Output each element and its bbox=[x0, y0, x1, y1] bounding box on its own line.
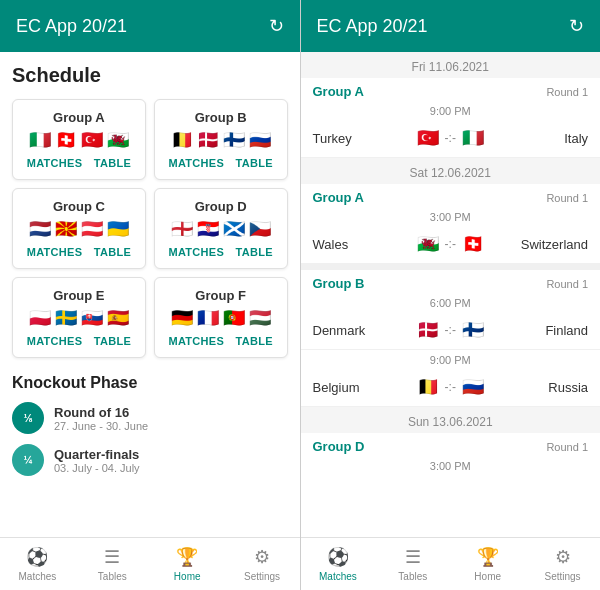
matches-right-nav-icon: ⚽ bbox=[327, 546, 349, 568]
flag-icon: 🇩🇪 bbox=[171, 309, 193, 327]
group-links: MATCHES TABLE bbox=[21, 335, 137, 347]
match-center: 🏴󠁧󠁢󠁷󠁬󠁳󠁿 -:- 🇨🇭 bbox=[417, 233, 484, 255]
group-links: MATCHES TABLE bbox=[21, 246, 137, 258]
group-flags: 🇮🇹🇨🇭🇹🇷🏴󠁧󠁢󠁷󠁬󠁳󠁿 bbox=[21, 131, 137, 149]
table-link[interactable]: TABLE bbox=[94, 157, 131, 169]
match-row[interactable]: Denmark 🇩🇰 -:- 🇫🇮 Finland bbox=[301, 311, 601, 350]
flag-icon: 🇪🇸 bbox=[107, 309, 129, 327]
knockout-badge: ⅛ bbox=[12, 402, 44, 434]
matches-link[interactable]: MATCHES bbox=[27, 335, 83, 347]
match-time: 9:00 PM bbox=[301, 101, 601, 119]
matches-link[interactable]: MATCHES bbox=[168, 246, 224, 258]
left-app-title: EC App 20/21 bbox=[16, 16, 127, 37]
match-row[interactable]: Wales 🏴󠁧󠁢󠁷󠁬󠁳󠁿 -:- 🇨🇭 Switzerland bbox=[301, 225, 601, 264]
flag-icon: 🇵🇱 bbox=[29, 309, 51, 327]
flag-icon: 🇫🇮 bbox=[223, 131, 245, 149]
match-group-name[interactable]: Group B bbox=[313, 276, 365, 291]
matches-link[interactable]: MATCHES bbox=[27, 246, 83, 258]
match-center: 🇧🇪 -:- 🇷🇺 bbox=[417, 376, 484, 398]
nav-item-matches[interactable]: ⚽ Matches bbox=[0, 538, 75, 590]
right-header: EC App 20/21 ↻ bbox=[301, 0, 601, 52]
group-name: Group C bbox=[21, 199, 137, 214]
flag-right-icon: 🇫🇮 bbox=[462, 319, 484, 341]
left-bottom-nav: ⚽ Matches ☰ Tables 🏆 Home ⚙ Settings bbox=[0, 537, 300, 590]
group-card-group-a: Group A 🇮🇹🇨🇭🇹🇷🏴󠁧󠁢󠁷󠁬󠁳󠁿 MATCHES TABLE bbox=[12, 99, 146, 180]
schedule-title: Schedule bbox=[12, 64, 288, 87]
group-card-group-b: Group B 🇧🇪🇩🇰🇫🇮🇷🇺 MATCHES TABLE bbox=[154, 99, 288, 180]
match-center: 🇹🇷 -:- 🇮🇹 bbox=[417, 127, 484, 149]
knockout-badge: ¼ bbox=[12, 444, 44, 476]
right-refresh-icon[interactable]: ↻ bbox=[569, 15, 584, 37]
home-right-nav-icon: 🏆 bbox=[477, 546, 499, 568]
knockout-round: Round of 16 bbox=[54, 405, 148, 420]
flag-icon: 🇲🇰 bbox=[55, 220, 77, 238]
right-app-title: EC App 20/21 bbox=[317, 16, 428, 37]
knockout-title: Knockout Phase bbox=[12, 374, 288, 392]
group-flags: 🇵🇱🇸🇪🇸🇰🇪🇸 bbox=[21, 309, 137, 327]
flag-right-icon: 🇮🇹 bbox=[462, 127, 484, 149]
match-score: -:- bbox=[443, 323, 458, 337]
table-link[interactable]: TABLE bbox=[94, 335, 131, 347]
nav-item-tables[interactable]: ☰ Tables bbox=[75, 538, 150, 590]
table-link[interactable]: TABLE bbox=[94, 246, 131, 258]
table-link[interactable]: TABLE bbox=[235, 335, 272, 347]
left-header: EC App 20/21 ↻ bbox=[0, 0, 300, 52]
flag-left-icon: 🇩🇰 bbox=[417, 319, 439, 341]
nav-item-settings[interactable]: ⚙ Settings bbox=[225, 538, 300, 590]
match-group-name[interactable]: Group D bbox=[313, 439, 365, 454]
flag-icon: 🇩🇰 bbox=[197, 131, 219, 149]
group-links: MATCHES TABLE bbox=[21, 157, 137, 169]
table-link[interactable]: TABLE bbox=[235, 157, 272, 169]
flag-icon: 🇫🇷 bbox=[197, 309, 219, 327]
match-row[interactable]: Turkey 🇹🇷 -:- 🇮🇹 Italy bbox=[301, 119, 601, 158]
match-time: 6:00 PM bbox=[301, 293, 601, 311]
match-group-name[interactable]: Group A bbox=[313, 190, 365, 205]
knockout-item[interactable]: ⅛ Round of 16 27. June - 30. June bbox=[12, 402, 288, 434]
group-card-group-c: Group C 🇳🇱🇲🇰🇦🇹🇺🇦 MATCHES TABLE bbox=[12, 188, 146, 269]
right-nav-item-tables[interactable]: ☰ Tables bbox=[375, 538, 450, 590]
matches-link[interactable]: MATCHES bbox=[168, 157, 224, 169]
knockout-item[interactable]: ¼ Quarter-finals 03. July - 04. July bbox=[12, 444, 288, 476]
flag-icon: 🇦🇹 bbox=[81, 220, 103, 238]
match-round: Round 1 bbox=[546, 278, 588, 290]
flag-left-icon: 🇹🇷 bbox=[417, 127, 439, 149]
date-separator: Fri 11.06.2021 bbox=[301, 52, 601, 78]
nav-item-home[interactable]: 🏆 Home bbox=[150, 538, 225, 590]
table-link[interactable]: TABLE bbox=[235, 246, 272, 258]
group-card-group-f: Group F 🇩🇪🇫🇷🇵🇹🇭🇺 MATCHES TABLE bbox=[154, 277, 288, 358]
matches-link[interactable]: MATCHES bbox=[27, 157, 83, 169]
group-name: Group D bbox=[163, 199, 279, 214]
group-card-group-d: Group D 🏴󠁧󠁢󠁥󠁮󠁧󠁿🇭🇷🏴󠁧󠁢󠁳󠁣󠁴󠁿🇨🇿 MATCHES TABLE bbox=[154, 188, 288, 269]
match-round: Round 1 bbox=[546, 86, 588, 98]
group-links: MATCHES TABLE bbox=[163, 246, 279, 258]
matches-link[interactable]: MATCHES bbox=[168, 335, 224, 347]
group-flags: 🇩🇪🇫🇷🇵🇹🇭🇺 bbox=[163, 309, 279, 327]
right-nav-item-home[interactable]: 🏆 Home bbox=[450, 538, 525, 590]
flag-icon: 🇸🇪 bbox=[55, 309, 77, 327]
match-time: 3:00 PM bbox=[301, 207, 601, 225]
flag-icon: 🇸🇰 bbox=[81, 309, 103, 327]
refresh-icon[interactable]: ↻ bbox=[269, 15, 284, 37]
settings-nav-icon: ⚙ bbox=[254, 546, 270, 568]
match-center: 🇩🇰 -:- 🇫🇮 bbox=[417, 319, 484, 341]
match-row[interactable]: Belgium 🇧🇪 -:- 🇷🇺 Russia bbox=[301, 368, 601, 407]
flag-icon: 🇷🇺 bbox=[249, 131, 271, 149]
team-left: Denmark bbox=[313, 323, 411, 338]
flag-icon: 🇮🇹 bbox=[29, 131, 51, 149]
right-nav-item-settings[interactable]: ⚙ Settings bbox=[525, 538, 600, 590]
team-left: Wales bbox=[313, 237, 411, 252]
team-right: Russia bbox=[490, 380, 588, 395]
flag-icon: 🏴󠁧󠁢󠁷󠁬󠁳󠁿 bbox=[107, 131, 129, 149]
matches-nav-icon: ⚽ bbox=[26, 546, 48, 568]
knockout-list: ⅛ Round of 16 27. June - 30. June ¼ Quar… bbox=[12, 402, 288, 476]
right-nav-item-matches[interactable]: ⚽ Matches bbox=[301, 538, 376, 590]
group-flags: 🇧🇪🇩🇰🇫🇮🇷🇺 bbox=[163, 131, 279, 149]
left-panel: EC App 20/21 ↻ Schedule Group A 🇮🇹🇨🇭🇹🇷🏴󠁧… bbox=[0, 0, 300, 590]
left-content: Schedule Group A 🇮🇹🇨🇭🇹🇷🏴󠁧󠁢󠁷󠁬󠁳󠁿 MATCHES T… bbox=[0, 52, 300, 537]
flag-icon: 🇳🇱 bbox=[29, 220, 51, 238]
match-score: -:- bbox=[443, 131, 458, 145]
tables-right-nav-label: Tables bbox=[398, 571, 427, 582]
match-group-name[interactable]: Group A bbox=[313, 84, 365, 99]
team-right: Finland bbox=[490, 323, 588, 338]
flag-icon: 🇵🇹 bbox=[223, 309, 245, 327]
